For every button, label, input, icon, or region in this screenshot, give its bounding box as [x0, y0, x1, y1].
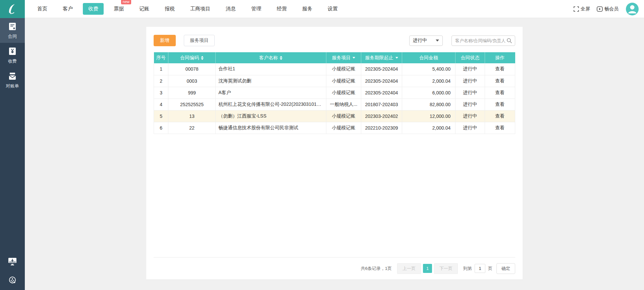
new-badge: new: [121, 0, 131, 4]
contract-icon: [8, 22, 17, 31]
toolbar-right: 进行中: [409, 35, 515, 46]
play-video-icon: [597, 6, 603, 12]
cell-customer-name: 沈海英测试勿删: [216, 75, 326, 87]
cell-customer-name: （勿删）江西服宝-LSS: [216, 110, 326, 122]
nav-item-home[interactable]: 首页: [32, 3, 53, 15]
nav-item-settings[interactable]: 设置: [322, 3, 343, 15]
table-row: 4 252525525 杭州杠上花文化传播有限公司-2022(202303101…: [154, 98, 515, 110]
nav-item-management[interactable]: 管理: [246, 3, 267, 15]
cell-service-item: 小规模记账: [326, 110, 361, 122]
user-avatar[interactable]: [626, 3, 639, 15]
search-box: [451, 35, 515, 46]
col-header-contract-code[interactable]: 合同编码: [168, 52, 216, 63]
contracts-panel: 新增 服务项目 进行中: [146, 27, 523, 279]
cell-contract-status: 进行中: [455, 98, 485, 110]
cell-contract-status: 进行中: [455, 75, 485, 87]
sidebar-item-contracts[interactable]: 合同: [0, 18, 25, 43]
cell-service-period: 202305-202404: [361, 75, 402, 87]
view-link[interactable]: 查看: [495, 101, 504, 107]
client-download-icon: [8, 257, 17, 266]
filter-caret-icon[interactable]: [395, 57, 398, 59]
search-icon[interactable]: [506, 38, 512, 44]
cell-contract-code: 252525525: [168, 98, 216, 110]
sidebar-item-label: 对账单: [6, 83, 19, 89]
nav-item-invoices[interactable]: 票据 new: [108, 3, 129, 15]
sort-icon[interactable]: [280, 56, 282, 60]
customer-service-button[interactable]: [8, 276, 17, 286]
cell-service-item: 小规模记账: [326, 122, 361, 134]
sidebar-item-fees[interactable]: 收费: [0, 43, 25, 68]
cell-contract-amount: 2,000.04: [402, 122, 455, 134]
cell-service-period: 202303-202402: [361, 110, 402, 122]
cell-index: 5: [154, 110, 168, 122]
goto-page-suffix: 页: [488, 266, 492, 272]
cell-service-period: 202305-202404: [361, 87, 402, 98]
view-link[interactable]: 查看: [495, 113, 504, 119]
view-link[interactable]: 查看: [495, 125, 504, 130]
cell-service-item: 小规模记账: [326, 87, 361, 98]
member-label: 畅会员: [604, 6, 619, 12]
table-row: 2 0003 沈海英测试勿删 小规模记账 202305-202404 2,000…: [154, 75, 515, 87]
nav-item-tax[interactable]: 报税: [159, 3, 180, 15]
feather-logo-icon: [6, 2, 19, 16]
cell-service-item: 小规模记账: [326, 75, 361, 87]
cell-service-item: 一般纳税人...: [326, 98, 361, 110]
nav-item-label: 客户: [63, 6, 73, 11]
table-row: 6 22 畅捷通信息技术股份有限公司民非测试 小规模记账 202210-2023…: [154, 122, 515, 134]
status-filter-select[interactable]: 进行中: [409, 35, 443, 46]
cell-contract-code: 999: [168, 87, 216, 98]
nav-item-business-projects[interactable]: 工商项目: [185, 3, 216, 15]
cell-contract-status: 进行中: [455, 110, 485, 122]
sort-icon[interactable]: [201, 56, 204, 60]
search-input[interactable]: [455, 38, 506, 43]
prev-page-button[interactable]: 上一页: [397, 263, 421, 274]
page-number-button[interactable]: 1: [423, 264, 432, 273]
nav-item-label: 收费: [88, 6, 98, 11]
table-row: 1 00078 合作社1 小规模记账 202305-202404 5,400.0…: [154, 63, 515, 75]
sidebar-item-statements[interactable]: 对账单: [0, 68, 25, 92]
pagination-bar: 共6条记录，1页 上一页 1 下一页 到第 页 确定: [154, 257, 515, 279]
goto-page-input[interactable]: [475, 264, 485, 273]
cell-contract-amount: 6,000.00: [402, 87, 455, 98]
nav-item-messages[interactable]: 消息: [220, 3, 241, 15]
records-summary: 共6条记录，1页: [361, 266, 392, 272]
fullscreen-button[interactable]: 全屏: [574, 6, 590, 12]
filter-caret-icon[interactable]: [353, 57, 355, 59]
add-button[interactable]: 新增: [154, 35, 176, 46]
nav-item-label: 票据: [114, 6, 124, 11]
nav-item-customers[interactable]: 客户: [57, 3, 78, 15]
cell-service-period: 202210-202309: [361, 122, 402, 134]
col-header-service-item[interactable]: 服务项目: [326, 52, 361, 63]
nav-item-bookkeeping[interactable]: 记账: [134, 3, 155, 15]
col-header-customer-name[interactable]: 客户名称: [216, 52, 326, 63]
service-items-button[interactable]: 服务项目: [184, 35, 215, 46]
cell-contract-status: 进行中: [455, 63, 485, 75]
cell-service-period: 202305-202404: [361, 63, 402, 75]
app-logo[interactable]: [0, 0, 25, 18]
view-link[interactable]: 查看: [495, 90, 504, 95]
nav-item-services[interactable]: 服务: [297, 3, 318, 15]
nav-item-fees[interactable]: 收费: [83, 3, 104, 15]
nav-item-label: 服务: [302, 6, 312, 11]
left-sidebar: 合同 收费 对账单: [0, 18, 25, 290]
table-row: 3 999 A客户 小规模记账 202305-202404 6,000.00 进…: [154, 87, 515, 98]
view-link[interactable]: 查看: [495, 66, 504, 71]
nav-item-operations[interactable]: 经营: [271, 3, 292, 15]
nav-right-tools: 全屏 畅会员: [567, 3, 644, 15]
next-page-button[interactable]: 下一页: [434, 263, 458, 274]
view-link[interactable]: 查看: [495, 78, 504, 83]
table-header-row: 序号 合同编码 客户名称 服务项目 服务期限起止 合同金额 合同状态 操作: [154, 52, 515, 63]
confirm-button[interactable]: 确定: [496, 263, 515, 274]
member-button[interactable]: 畅会员: [597, 6, 619, 12]
client-download-button[interactable]: [8, 257, 17, 267]
col-header-service-period[interactable]: 服务期限起止: [361, 52, 402, 63]
cell-service-period: 201807-202403: [361, 98, 402, 110]
sidebar-bottom-tools: [0, 257, 25, 286]
col-header-contract-amount: 合同金额: [402, 52, 455, 63]
cell-contract-amount: 12,000.00: [402, 110, 455, 122]
nav-item-label: 工商项目: [190, 6, 210, 11]
nav-item-label: 设置: [328, 6, 338, 11]
cell-contract-code: 00078: [168, 63, 216, 75]
customer-service-icon: [8, 276, 17, 285]
app-window: 首页 客户 收费 票据 new 记账 报税 工商项目 消息 管理 经营 服务 设…: [0, 0, 644, 290]
